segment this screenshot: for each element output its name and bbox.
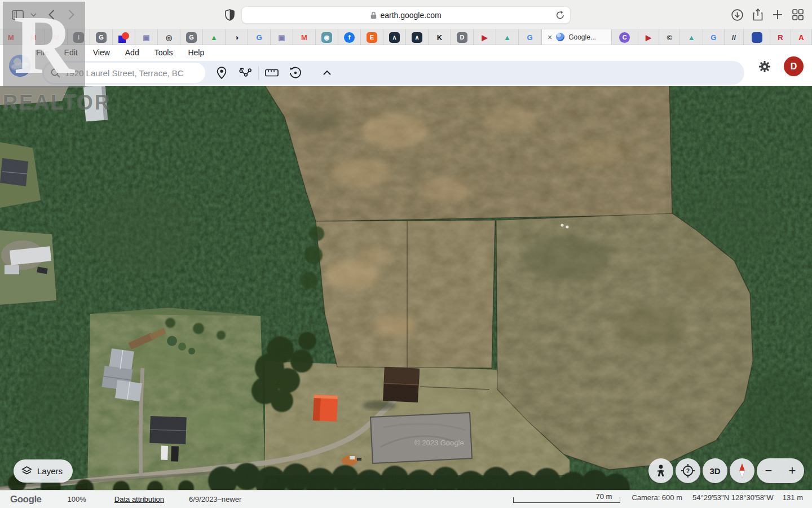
share-icon[interactable] <box>751 8 765 21</box>
new-tab-icon[interactable] <box>770 8 785 21</box>
pinned-tab-gmail[interactable]: M <box>293 29 316 45</box>
browser-toolbar: earth.google.com <box>0 0 812 29</box>
pinned-tab-slashes[interactable]: // <box>725 29 744 45</box>
historical-imagery-tool[interactable] <box>286 63 305 82</box>
google-earth-logo[interactable] <box>9 55 31 77</box>
pinned-tab-dark-ring[interactable]: ◑ <box>226 29 248 45</box>
collapse-toolbar-chevron-icon[interactable] <box>317 63 337 82</box>
pinned-tab-red-arrow[interactable]: ▶ <box>638 29 660 45</box>
layers-button[interactable]: Layers <box>14 459 73 483</box>
google-logo: Google <box>10 494 42 505</box>
pinned-tab-gray-g[interactable]: G <box>90 29 113 45</box>
compass-favicon-icon: ◎ <box>166 34 172 41</box>
pegman-streetview-button[interactable] <box>648 458 673 483</box>
search-input[interactable] <box>65 68 198 78</box>
active-tab-google-earth[interactable]: × Google... <box>541 29 612 45</box>
3d-toggle-button[interactable]: 3D <box>703 458 727 483</box>
pinned-tab-red-arrow[interactable]: ▶ <box>474 29 496 45</box>
pinned-tab-navy-peak[interactable]: ∧ <box>383 29 406 45</box>
pegman-icon <box>655 464 667 478</box>
measure-tool[interactable] <box>262 63 281 82</box>
reload-icon[interactable] <box>556 11 564 21</box>
pinned-tab-gray-i[interactable]: I <box>68 29 90 45</box>
layers-label: Layers <box>37 466 63 476</box>
teal-mountain-favicon-icon: ▲ <box>504 34 511 41</box>
pinned-tab-teal-mountain[interactable]: ▲ <box>496 29 519 45</box>
menu-item-tools[interactable]: Tools <box>155 48 173 57</box>
pinned-tab-navy-peak[interactable]: ∧ <box>406 29 429 45</box>
pinned-tab-adobe[interactable]: A <box>791 29 812 45</box>
zoom-in-button[interactable]: + <box>789 465 796 477</box>
my-location-button[interactable]: ? <box>676 458 700 483</box>
menu-item-add[interactable]: Add <box>125 48 139 57</box>
locate-question-icon: ? <box>681 463 695 478</box>
translate-chat-favicon-icon: ▣ <box>278 34 285 41</box>
sidebar-toggle-icon[interactable] <box>10 8 25 21</box>
k-mark-favicon-icon: K <box>437 34 442 41</box>
pinned-tab-canada-leaf[interactable]: ◉ <box>316 29 338 45</box>
data-attribution-link[interactable]: Data attribution <box>114 495 164 503</box>
translate-chat-favicon-icon: ▣ <box>143 34 149 41</box>
pinned-tab-google[interactable]: G <box>703 29 725 45</box>
dark-ring-favicon-icon: ◑ <box>235 34 239 41</box>
menu-item-help[interactable]: Help <box>188 48 204 57</box>
pinned-tab-compass[interactable]: ◎ <box>158 29 180 45</box>
menu-item-file[interactable]: File <box>36 48 49 57</box>
pinned-tab-green-peaks[interactable]: ▲ <box>203 29 226 45</box>
pinned-tab-gmail[interactable]: M <box>23 29 45 45</box>
lock-icon <box>370 11 377 19</box>
pinned-tab-teal-mountain[interactable]: ▲ <box>680 29 703 45</box>
pinned-tab-etsy[interactable]: E <box>361 29 383 45</box>
pinned-tab-c-gradient[interactable]: C <box>612 29 638 45</box>
pinned-tab-translate-chat[interactable]: ▣ <box>271 29 293 45</box>
gmail-favicon-icon: M <box>8 34 14 41</box>
search-icon[interactable] <box>51 68 60 78</box>
pinned-tab-gray-d[interactable]: D <box>451 29 474 45</box>
privacy-shield-icon[interactable] <box>222 8 237 21</box>
satellite-imagery: " <box>0 86 812 490</box>
pinned-tab-blue-square[interactable] <box>744 29 770 45</box>
compass-button[interactable] <box>730 458 754 483</box>
map-canvas[interactable]: " <box>0 86 812 490</box>
pinned-tab-google[interactable]: G <box>519 29 541 45</box>
gmail-favicon-icon: M <box>30 34 37 41</box>
realtor-favicon-icon: R <box>778 34 783 41</box>
pinned-tab-facebook[interactable]: f <box>338 29 361 45</box>
forward-button[interactable] <box>64 8 78 21</box>
menu-item-view[interactable]: View <box>93 48 110 57</box>
downloads-icon[interactable] <box>730 8 744 21</box>
pinned-tab-k-mark[interactable]: K <box>429 29 451 45</box>
close-tab-icon[interactable]: × <box>548 33 552 42</box>
scale-label: 70 m <box>596 492 612 501</box>
red-arrow-favicon-icon: ▶ <box>482 34 488 41</box>
gray-g-favicon-icon: G <box>96 32 107 43</box>
path-draw-tool[interactable] <box>236 63 255 82</box>
pinned-tab-gmail[interactable]: M <box>0 29 23 45</box>
google-favicon-icon: G <box>256 34 262 41</box>
canada-leaf-favicon-icon: ◉ <box>321 32 332 43</box>
account-avatar[interactable]: D <box>784 56 804 76</box>
search-box[interactable] <box>44 63 205 83</box>
gmail-favicon-icon: M <box>301 34 307 41</box>
pinned-tab-copyright-gear[interactable]: © <box>659 29 680 45</box>
pinned-tab-realtor[interactable]: R <box>770 29 791 45</box>
address-bar[interactable]: earth.google.com <box>241 6 571 24</box>
placemark-pin-tool[interactable] <box>212 63 231 82</box>
pinned-tab-gray-g[interactable]: G <box>180 29 203 45</box>
pinned-tab-gmail[interactable]: M <box>45 29 68 45</box>
tab-overview-icon[interactable] <box>791 8 805 21</box>
pinned-tab-design-duo[interactable] <box>113 29 135 45</box>
navy-peak-favicon-icon: ∧ <box>389 32 400 43</box>
settings-gear-icon[interactable] <box>757 59 773 75</box>
sidebar-chevron-icon[interactable] <box>26 8 41 21</box>
menu-item-edit[interactable]: Edit <box>64 48 78 57</box>
pinned-tab-google[interactable]: G <box>248 29 271 45</box>
imagery-date-range: 6/9/2023–newer <box>189 495 241 503</box>
svg-text:?: ? <box>686 467 690 474</box>
back-button[interactable] <box>44 8 59 21</box>
blue-square-favicon-icon <box>752 32 762 43</box>
design-duo-favicon-icon <box>118 32 129 43</box>
zoom-out-button[interactable]: − <box>765 465 773 477</box>
earth-menu-bar: FileEditViewAddToolsHelp <box>36 45 204 60</box>
pinned-tab-translate-chat[interactable]: ▣ <box>135 29 158 45</box>
